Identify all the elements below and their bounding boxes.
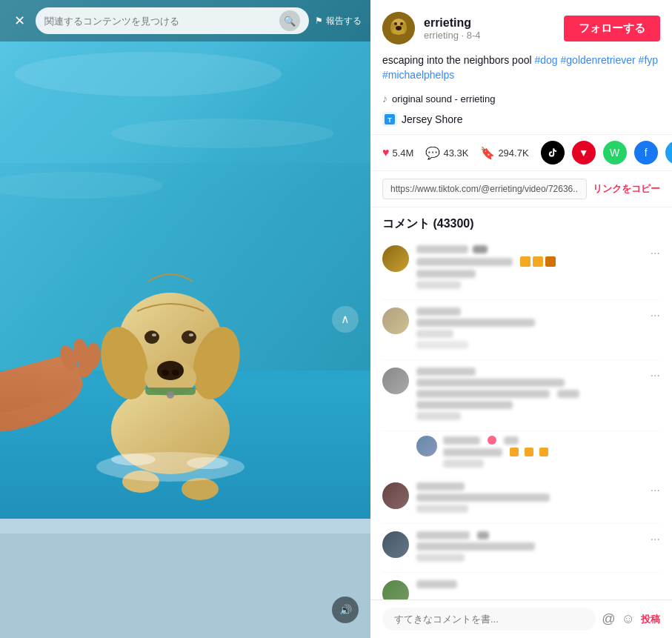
video-panel: ✕ 🔍 ⚑ 報告する ∧ 🔊 xyxy=(0,0,370,638)
description: escaping into the neighbors pool #dog #g… xyxy=(370,53,672,88)
svg-point-29 xyxy=(111,453,156,465)
user-info: errieting errieting · 8-4 xyxy=(424,16,555,41)
user-header: errieting errieting · 8-4 フォローする xyxy=(370,0,672,53)
comments-header: コメント (43300) xyxy=(370,207,672,238)
desc-body: escaping into the neighbors pool xyxy=(382,54,534,66)
comments-stat: 💬 43.3K xyxy=(425,146,468,160)
music-row: ♪ original sound - errieting xyxy=(370,88,672,109)
comment-more-button[interactable]: ··· xyxy=(651,533,660,546)
stats-row: ♥ 5.4M 💬 43.3K 🔖 294.7K ▼ W f t ➤ xyxy=(370,134,672,171)
location-row: T Jersey Shore xyxy=(370,109,672,134)
sub-comment-body xyxy=(443,436,660,471)
comment-input-bar: @ ☺ 投稿 xyxy=(370,599,672,638)
flag-icon: ⚑ xyxy=(315,16,323,26)
tiktok-share-button[interactable] xyxy=(541,141,565,165)
comment-more-button[interactable]: ··· xyxy=(651,309,660,322)
search-bar[interactable]: 🔍 xyxy=(36,7,309,34)
svg-point-21 xyxy=(182,330,196,344)
bookmarks-count: 294.7K xyxy=(498,147,528,159)
svg-rect-5 xyxy=(0,519,370,534)
sound-button[interactable]: 🔊 xyxy=(332,597,359,623)
music-note-icon: ♪ xyxy=(382,93,387,104)
comment-avatar xyxy=(382,308,409,334)
comment-subitem xyxy=(382,431,660,475)
whatsapp-share-button[interactable]: W xyxy=(603,141,627,165)
video-top-bar: ✕ 🔍 ⚑ 報告する xyxy=(0,0,370,41)
likes-count: 5.4M xyxy=(393,147,414,159)
svg-rect-4 xyxy=(0,519,370,638)
svg-point-22 xyxy=(152,333,156,336)
location-text[interactable]: Jersey Shore xyxy=(402,113,462,125)
comment-avatar xyxy=(382,245,409,272)
svg-point-36 xyxy=(394,22,397,25)
svg-point-19 xyxy=(172,370,179,376)
comment-item: ··· xyxy=(382,360,660,431)
svg-point-25 xyxy=(182,478,219,500)
scroll-up-button[interactable]: ∧ xyxy=(332,306,359,333)
url-input[interactable] xyxy=(382,179,587,199)
post-comment-button[interactable]: 投稿 xyxy=(641,613,660,626)
svg-point-38 xyxy=(396,26,402,30)
comment-input[interactable] xyxy=(382,608,596,631)
description-text: escaping into the neighbors pool #dog #g… xyxy=(382,53,660,82)
comments-list[interactable]: ··· ··· xyxy=(370,238,672,599)
comment-body xyxy=(416,368,660,423)
comment-body xyxy=(416,245,660,292)
svg-point-17 xyxy=(157,361,184,380)
comment-more-button[interactable]: ··· xyxy=(651,369,660,382)
comment-more-button[interactable]: ··· xyxy=(651,484,660,497)
at-icon[interactable]: @ xyxy=(602,611,615,627)
search-input[interactable] xyxy=(44,16,275,27)
pinterest-share-button[interactable]: ▼ xyxy=(572,141,596,165)
search-icon[interactable]: 🔍 xyxy=(279,10,300,31)
comment-item xyxy=(382,573,660,599)
comment-body xyxy=(416,308,660,352)
report-button[interactable]: ⚑ 報告する xyxy=(315,15,362,27)
hashtag-dog[interactable]: #dog xyxy=(534,54,560,66)
tiktok-icon: T xyxy=(385,114,395,124)
copy-link-button[interactable]: リンクをコピー xyxy=(593,182,660,196)
sub-comment-avatar xyxy=(416,436,437,456)
twitter-share-button[interactable]: t xyxy=(665,141,672,165)
video-scene xyxy=(0,0,370,638)
comment-item: ··· xyxy=(382,238,660,300)
comment-item: ··· xyxy=(382,475,660,524)
likes-stat: ♥ 5.4M xyxy=(382,146,413,159)
svg-point-20 xyxy=(144,330,159,344)
svg-point-18 xyxy=(162,370,169,376)
facebook-share-button[interactable]: f xyxy=(634,141,658,165)
hashtag-fyp[interactable]: #fyp xyxy=(639,54,658,66)
comment-body xyxy=(416,531,660,565)
follow-button[interactable]: フォローする xyxy=(564,16,660,41)
comment-body xyxy=(416,482,660,516)
comment-avatar xyxy=(382,531,409,558)
music-text[interactable]: original sound - errieting xyxy=(392,93,495,104)
comment-item: ··· xyxy=(382,300,660,360)
svg-point-2 xyxy=(111,119,333,148)
svg-point-27 xyxy=(167,391,174,399)
comment-avatar xyxy=(382,580,409,599)
svg-point-37 xyxy=(400,22,403,25)
comment-body xyxy=(416,580,660,599)
svg-point-23 xyxy=(189,333,193,336)
hashtag-goldenretriever[interactable]: #goldenretriever xyxy=(561,54,639,66)
location-icon: T xyxy=(382,112,397,127)
user-meta: errieting · 8-4 xyxy=(424,30,555,41)
bookmarks-stat: 🔖 294.7K xyxy=(480,146,528,160)
svg-point-1 xyxy=(15,52,282,96)
svg-point-30 xyxy=(187,457,228,469)
url-row: リンクをコピー xyxy=(370,171,672,207)
bookmark-icon: 🔖 xyxy=(480,146,495,160)
comment-more-button[interactable]: ··· xyxy=(651,247,660,260)
comment-avatar xyxy=(382,482,409,509)
hashtag-michaelphelps[interactable]: #michaelphelps xyxy=(382,69,454,81)
comment-item: ··· xyxy=(382,524,660,573)
comments-count: 43.3K xyxy=(443,147,468,159)
emoji-icon[interactable]: ☺ xyxy=(622,611,635,627)
video-background xyxy=(0,0,370,638)
heart-icon: ♥ xyxy=(382,146,390,159)
close-button[interactable]: ✕ xyxy=(9,10,30,31)
comment-avatar xyxy=(382,368,409,394)
avatar-image xyxy=(382,12,415,44)
svg-text:T: T xyxy=(387,116,392,124)
